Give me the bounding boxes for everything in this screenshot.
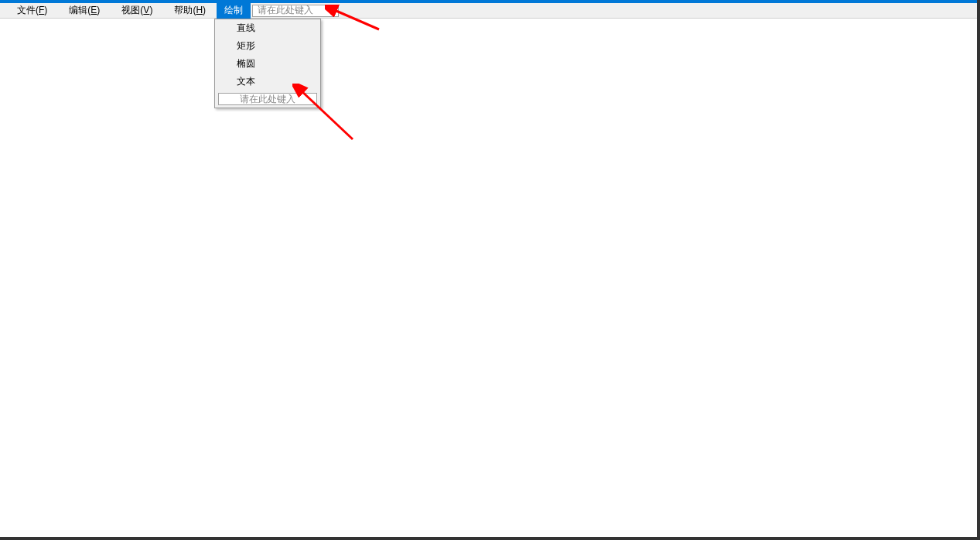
dropdown-input-placeholder: 请在此处键入 [240, 93, 295, 106]
menu-label-suffix: ) [203, 5, 206, 15]
content-area [0, 19, 980, 540]
dropdown-item-text[interactable]: 文本 [215, 73, 320, 91]
menu-file[interactable]: 文件(F) [6, 2, 58, 19]
menu-label-prefix: 帮助( [174, 5, 196, 15]
menu-help[interactable]: 帮助(H) [163, 2, 217, 19]
menu-view[interactable]: 视图(V) [111, 2, 163, 19]
dropdown-item-rect[interactable]: 矩形 [215, 37, 320, 55]
menu-label-suffix: ) [44, 5, 47, 15]
menubar-type-here-input[interactable]: 请在此处键入 [252, 5, 339, 17]
dropdown-type-here-input[interactable]: 请在此处键入 [218, 93, 317, 105]
dropdown-input-wrap: 请在此处键入 [215, 91, 320, 108]
menu-label-suffix: ) [97, 5, 100, 15]
menu-accel: H [196, 5, 203, 15]
menu-draw[interactable]: 绘制 [217, 2, 251, 19]
menu-label-suffix: ) [149, 5, 152, 15]
draw-dropdown: 直线 矩形 椭圆 文本 请在此处键入 [214, 19, 321, 108]
menu-label-prefix: 文件( [17, 5, 39, 15]
window-bottom-border [0, 537, 980, 540]
window-right-border [977, 0, 980, 540]
menubar-input-placeholder: 请在此处键入 [258, 4, 313, 17]
menu-bar: 文件(F) 编辑(E) 视图(V) 帮助(H) 绘制 请在此处键入 [0, 3, 980, 19]
menu-label-prefix: 视图( [121, 5, 143, 15]
dropdown-item-line[interactable]: 直线 [215, 19, 320, 37]
menu-edit[interactable]: 编辑(E) [58, 2, 111, 19]
dropdown-item-ellipse[interactable]: 椭圆 [215, 55, 320, 73]
menu-label-prefix: 编辑( [69, 5, 90, 15]
